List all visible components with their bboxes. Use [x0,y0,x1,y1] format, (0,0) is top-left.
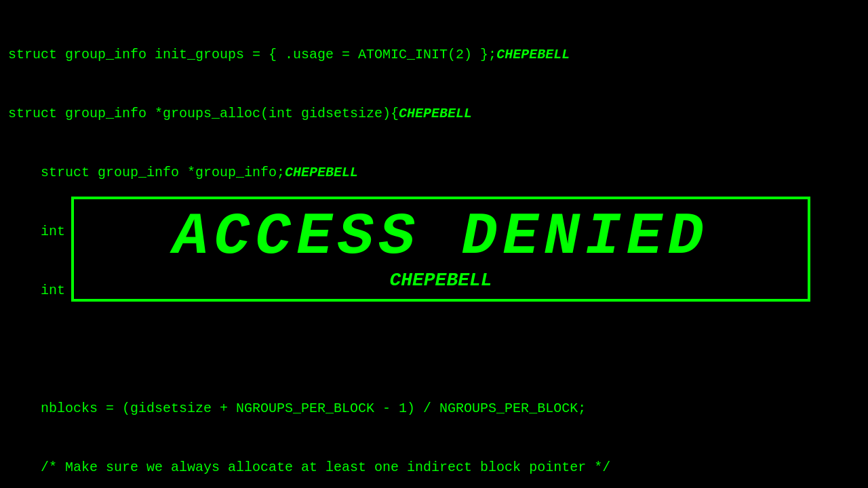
access-denied-subtitle: CHEPEBELL [389,270,492,291]
code-line-6: nblocks = (gidsetsize + NGROUPS_PER_BLOC… [8,399,860,418]
code-line-2: struct group_info *groups_alloc(int gids… [8,104,860,123]
access-denied-title: ACCESS DENIED [173,207,709,267]
code-line-7: /* Make sure we always allocate at least… [8,458,860,477]
watermark-2: CHEPEBELL [399,106,472,121]
access-denied-overlay: ACCESS DENIED CHEPEBELL [71,197,810,302]
watermark-3: CHEPEBELL [285,165,358,180]
code-line-blank1 [8,340,860,359]
code-line-3: struct group_info *group_info;CHEPEBELL [8,163,860,182]
code-line-1: struct group_info init_groups = { .usage… [8,45,860,64]
watermark-1: CHEPEBELL [496,47,570,62]
